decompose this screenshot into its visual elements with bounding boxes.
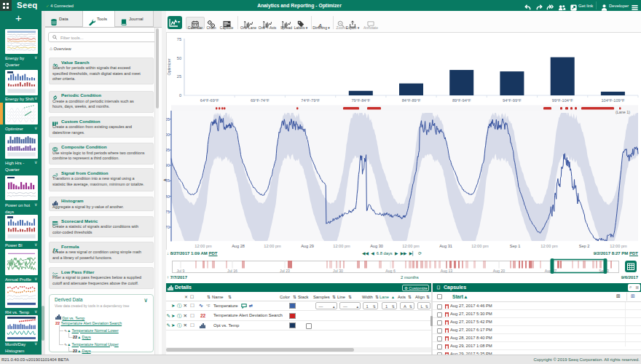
svg-text:Jul 9: Jul 9 — [177, 269, 185, 273]
svg-text:94°F-99°F: 94°F-99°F — [503, 98, 522, 103]
svg-text:75: 75 — [177, 37, 181, 41]
svg-text:0: 0 — [179, 93, 181, 98]
svg-text:90: 90 — [166, 163, 170, 167]
svg-text:74°F-79°F: 74°F-79°F — [301, 98, 320, 103]
svg-text:64°F-69°F: 64°F-69°F — [200, 98, 219, 103]
svg-text:75: 75 — [166, 210, 170, 214]
svg-text:Optimizer: Optimizer — [167, 58, 171, 75]
svg-text:104°F-109°F: 104°F-109°F — [601, 98, 624, 103]
svg-text:12:00 pm: 12:00 pm — [540, 244, 558, 248]
svg-text:95: 95 — [166, 148, 170, 152]
svg-text:12:00 pm: 12:00 pm — [333, 244, 350, 248]
svg-text:Aug 28: Aug 28 — [232, 244, 245, 248]
svg-text:70: 70 — [166, 225, 170, 229]
svg-text:99°F-104°F: 99°F-104°F — [552, 98, 573, 103]
svg-text:Jul 16: Jul 16 — [227, 269, 237, 273]
svg-text:Jul 30: Jul 30 — [333, 269, 343, 273]
svg-text:Aug 6: Aug 6 — [385, 269, 396, 273]
svg-text:Aug 31: Aug 31 — [439, 244, 452, 248]
svg-text:100: 100 — [166, 132, 170, 137]
svg-text:12:00 pm: 12:00 pm — [194, 244, 212, 248]
svg-text:12:00 pm: 12:00 pm — [471, 244, 489, 248]
svg-text:25: 25 — [177, 74, 181, 79]
svg-text:79°F-84°F: 79°F-84°F — [351, 98, 370, 103]
svg-text:12:00 pm: 12:00 pm — [402, 244, 420, 248]
svg-text:50: 50 — [177, 56, 181, 60]
svg-text:Aug 20: Aug 20 — [493, 269, 506, 273]
svg-text:85: 85 — [166, 178, 170, 183]
svg-text:Aug 30: Aug 30 — [370, 244, 383, 248]
svg-text:84°F-89°F: 84°F-89°F — [402, 98, 421, 103]
svg-text:Jul 23: Jul 23 — [280, 269, 290, 273]
svg-text:Sep 2: Sep 2 — [579, 244, 590, 248]
svg-text:Aug 13: Aug 13 — [441, 269, 453, 273]
svg-text:Sep 1: Sep 1 — [510, 244, 521, 248]
svg-text:105: 105 — [166, 117, 170, 122]
svg-text:80: 80 — [166, 194, 170, 199]
svg-text:12:00 pm: 12:00 pm — [610, 244, 627, 248]
svg-text:89°F-94°F: 89°F-94°F — [452, 98, 471, 103]
svg-text:Aug 29: Aug 29 — [301, 244, 314, 248]
svg-text:69°F-74°F: 69°F-74°F — [251, 98, 270, 103]
svg-text:12:00 pm: 12:00 pm — [264, 244, 281, 248]
